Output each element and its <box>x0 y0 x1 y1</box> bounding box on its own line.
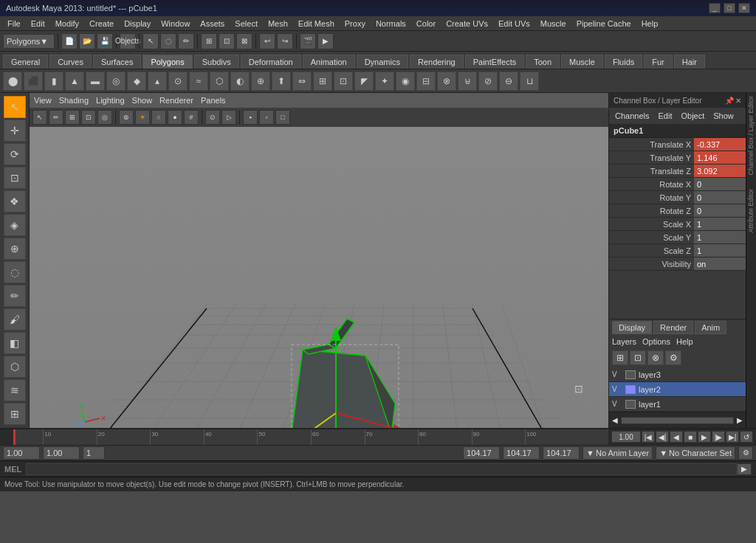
menu-edit-mesh[interactable]: Edit Mesh <box>294 18 339 30</box>
history-btn[interactable]: ↩ <box>259 33 275 49</box>
shelf-sphere[interactable]: ⬤ <box>3 72 22 91</box>
save-btn[interactable]: 💾 <box>97 33 113 49</box>
menu-color[interactable]: Color <box>412 18 440 30</box>
minimize-btn[interactable]: _ <box>709 3 721 13</box>
shelf-booleans[interactable]: ⊗ <box>437 72 456 91</box>
shelf-unfold[interactable]: ⊔ <box>520 72 539 91</box>
sculpt-btn[interactable]: ◧ <box>4 332 26 354</box>
render-btn[interactable]: 🎬 <box>300 33 316 49</box>
universal-tool-btn[interactable]: ❖ <box>4 190 26 212</box>
vp-light2[interactable]: ○ <box>151 110 166 125</box>
loop-btn[interactable]: ↺ <box>740 431 753 443</box>
go-end-btn[interactable]: ▶| <box>726 431 739 443</box>
layer-options-btn[interactable]: ⚙ <box>665 350 681 365</box>
ch-value-sy[interactable]: 1 <box>694 231 746 243</box>
shelf-misc2[interactable]: ⊕ <box>251 72 270 91</box>
layer-scroll-right[interactable]: ▶ <box>737 416 743 424</box>
vp-panels[interactable]: Panels <box>201 96 226 105</box>
current-time-field[interactable]: 1.00 <box>611 431 641 443</box>
vp-res3[interactable]: □ <box>275 110 290 125</box>
cb-close-btn[interactable]: ✕ <box>735 97 741 105</box>
cb-tab-edit[interactable]: Edit <box>655 110 675 122</box>
playback-start[interactable]: 104.17 <box>503 446 540 460</box>
fur-btn[interactable]: ≋ <box>4 379 26 401</box>
ch-value-tz[interactable]: 3.092 <box>694 165 746 177</box>
soft-select-btn[interactable]: ◈ <box>4 214 26 236</box>
timeline-ruler[interactable]: 10 20 30 40 50 60 70 80 90 100 1.00 |◀ ◀… <box>0 429 756 445</box>
vp-show[interactable]: Show <box>132 96 153 105</box>
menu-select[interactable]: Select <box>230 18 262 30</box>
anim-layer-dropdown[interactable]: ▼ No Anim Layer <box>583 446 653 460</box>
lasso-tool[interactable]: ◌ <box>160 33 176 49</box>
lasso-select-btn[interactable]: ◌ <box>4 261 26 283</box>
vp-cam-link[interactable]: ⊙ <box>205 110 220 125</box>
ipr-btn[interactable]: ▶ <box>317 33 334 49</box>
shelf-mirror[interactable]: ⊟ <box>416 72 436 91</box>
shelf-plane[interactable]: ▬ <box>86 72 105 91</box>
start-frame-field[interactable]: 1.00 <box>3 446 40 460</box>
ch-value-rz[interactable]: 0 <box>694 204 746 217</box>
menu-assets[interactable]: Assets <box>196 18 229 30</box>
maximize-btn[interactable]: □ <box>724 3 735 13</box>
layer-tab-anim[interactable]: Anim <box>695 321 726 334</box>
shelf-pipe[interactable]: ⊙ <box>168 72 188 91</box>
layer-row-2[interactable]: V layer2 <box>609 382 746 397</box>
shelf-helix[interactable]: ≈ <box>189 72 208 91</box>
menu-file[interactable]: File <box>3 18 25 30</box>
ch-value-sz[interactable]: 1 <box>694 244 746 257</box>
artisan-btn[interactable]: 🖌 <box>4 308 26 331</box>
tab-fluids[interactable]: Fluids <box>605 55 642 69</box>
shelf-cylinder[interactable]: ▮ <box>44 72 63 91</box>
viewport[interactable]: View Shading Lighting Show Renderer Pane… <box>30 93 608 428</box>
vp-tool-snap2[interactable]: ⊡ <box>81 110 96 125</box>
layer-menu-options[interactable]: Options <box>642 337 670 346</box>
menu-edit[interactable]: Edit <box>27 18 49 30</box>
layer-scroll-track[interactable] <box>621 417 734 424</box>
menu-proxy[interactable]: Proxy <box>340 18 370 30</box>
vp-light-btn[interactable]: ☀ <box>135 110 150 125</box>
shelf-wedge[interactable]: ◤ <box>354 72 374 91</box>
vp-lighting[interactable]: Lighting <box>96 96 125 105</box>
shelf-torus[interactable]: ◎ <box>106 72 126 91</box>
ch-value-tx[interactable]: -0.337 <box>694 138 746 151</box>
shelf-soccer[interactable]: ⬡ <box>210 72 229 91</box>
tab-subdivs[interactable]: Subdivs <box>194 55 239 69</box>
menu-modify[interactable]: Modify <box>51 18 83 30</box>
menu-window[interactable]: Window <box>157 18 194 30</box>
menu-pipeline-cache[interactable]: Pipeline Cache <box>572 18 636 30</box>
show-manip-btn[interactable]: ⊕ <box>4 238 26 260</box>
vp-renderer[interactable]: Renderer <box>159 96 193 105</box>
cmd-submit-btn[interactable]: ▶ <box>737 463 752 475</box>
end-frame-field[interactable]: 1.00 <box>43 446 80 460</box>
vp-grid[interactable]: # <box>184 110 199 125</box>
layer-menu-help[interactable]: Help <box>676 337 693 346</box>
close-btn[interactable]: ✕ <box>738 3 750 13</box>
vp-shading[interactable]: Shading <box>59 96 89 105</box>
layer-new-empty-btn[interactable]: ⊡ <box>630 350 646 365</box>
layer-tab-render[interactable]: Render <box>653 321 693 334</box>
shelf-append[interactable]: ⊞ <box>313 72 332 91</box>
tab-polygons[interactable]: Polygons <box>142 55 192 69</box>
preferences-btn[interactable]: ⚙ <box>738 446 753 460</box>
tab-toon[interactable]: Toon <box>526 55 560 69</box>
menu-create[interactable]: Create <box>85 18 118 30</box>
layer-row-1[interactable]: V layer1 <box>609 397 746 412</box>
menu-normals[interactable]: Normals <box>371 18 410 30</box>
menu-help[interactable]: Help <box>637 18 663 30</box>
paint-tool[interactable]: ✏ <box>178 33 194 49</box>
cmd-input[interactable] <box>26 463 737 475</box>
shelf-smooth[interactable]: ◉ <box>396 72 415 91</box>
vp-res1[interactable]: ▪ <box>243 110 258 125</box>
rivet-btn[interactable]: ⊞ <box>4 403 26 425</box>
shelf-pyramid[interactable]: ▴ <box>148 72 167 91</box>
shelf-bridge[interactable]: ⇔ <box>292 72 312 91</box>
layer-tab-display[interactable]: Display <box>612 321 652 334</box>
shelf-cube[interactable]: ⬛ <box>24 72 43 91</box>
play-fwd-btn[interactable]: ▶ <box>698 431 711 443</box>
frame-step-field[interactable]: 1 <box>83 446 105 460</box>
play-back-btn[interactable]: ◀ <box>670 431 683 443</box>
go-start-btn[interactable]: |◀ <box>642 431 655 443</box>
redo-btn[interactable]: ↪ <box>277 33 293 49</box>
playback-end[interactable]: 104.17 <box>543 446 580 460</box>
tab-painteffects[interactable]: PaintEffects <box>465 55 525 69</box>
